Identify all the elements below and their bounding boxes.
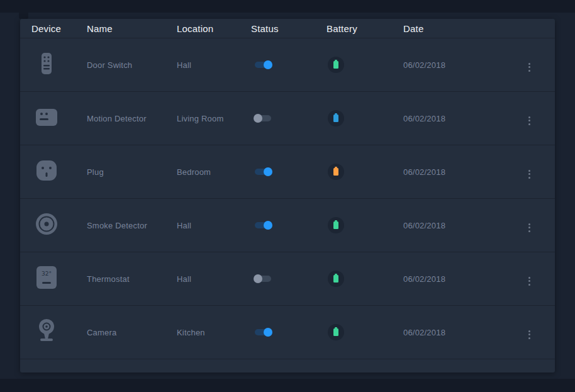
menu-cell xyxy=(520,109,555,128)
menu-cell xyxy=(520,323,555,342)
toggle-knob xyxy=(264,221,272,230)
battery-indicator xyxy=(328,164,344,180)
device-date: 06/02/2018 xyxy=(403,60,520,70)
status-cell xyxy=(251,220,327,231)
row-menu-button[interactable] xyxy=(525,328,534,342)
status-toggle[interactable] xyxy=(255,62,271,68)
row-menu-button[interactable] xyxy=(525,114,534,128)
battery-cell xyxy=(327,57,403,73)
device-date: 06/02/2018 xyxy=(403,114,520,123)
device-name: Smoke Detector xyxy=(87,221,177,230)
table-header: Device Name Location Status Battery Date xyxy=(20,19,555,38)
table-row: Smoke Detector Hall 06/02/2018 xyxy=(20,199,555,252)
device-location: Living Room xyxy=(177,114,251,123)
battery-cell xyxy=(327,217,403,233)
device-date: 06/02/2018 xyxy=(403,221,520,230)
toggle-knob xyxy=(264,328,272,337)
battery-icon xyxy=(333,328,338,336)
status-toggle[interactable] xyxy=(255,169,271,175)
table-row: Camera Kitchen 06/02/2018 xyxy=(20,306,555,359)
menu-cell xyxy=(520,163,555,181)
battery-cell xyxy=(327,110,403,126)
column-header-date: Date xyxy=(403,23,520,34)
status-cell xyxy=(251,273,327,284)
device-location: Kitchen xyxy=(177,328,251,337)
row-menu-button[interactable] xyxy=(525,274,534,288)
status-cell xyxy=(251,59,327,70)
status-cell xyxy=(251,113,327,124)
battery-icon xyxy=(333,275,338,283)
top-notch xyxy=(19,13,28,19)
remote-icon xyxy=(33,50,60,77)
toggle-knob xyxy=(254,114,262,123)
device-cell xyxy=(31,103,87,133)
battery-icon xyxy=(333,115,338,122)
battery-indicator xyxy=(328,110,344,126)
top-bar xyxy=(0,0,575,13)
device-name: Thermostat xyxy=(87,274,177,284)
toggle-knob xyxy=(254,274,262,283)
plug-icon xyxy=(33,157,60,184)
device-location: Hall xyxy=(177,60,251,70)
column-header-battery: Battery xyxy=(327,23,403,34)
menu-cell xyxy=(520,216,555,235)
motion-detector-icon xyxy=(33,103,60,131)
device-cell xyxy=(31,317,87,347)
device-cell xyxy=(31,210,87,240)
battery-icon xyxy=(333,61,338,69)
table-row: 32° Thermostat Hall 06/02/2018 xyxy=(20,252,555,306)
svg-text:32°: 32° xyxy=(42,271,52,277)
battery-cell xyxy=(327,164,403,180)
device-cell: 32° xyxy=(31,264,87,294)
table-row: Door Switch Hall 06/02/2018 xyxy=(20,38,555,92)
row-menu-button[interactable] xyxy=(525,167,534,181)
column-header-location: Location xyxy=(177,23,251,34)
battery-icon xyxy=(333,168,338,176)
status-toggle[interactable] xyxy=(255,329,271,335)
status-toggle[interactable] xyxy=(255,115,271,121)
column-header-status: Status xyxy=(251,23,327,34)
table-row: Plug Bedroom 06/02/2018 xyxy=(20,145,555,199)
device-date: 06/02/2018 xyxy=(403,167,520,177)
device-location: Hall xyxy=(177,221,251,230)
device-name: Camera xyxy=(87,328,177,337)
battery-indicator xyxy=(328,57,344,73)
bottom-bar xyxy=(0,379,575,392)
column-header-name: Name xyxy=(87,23,177,34)
battery-indicator xyxy=(328,324,344,340)
menu-cell xyxy=(520,56,555,74)
table-body: Door Switch Hall 06/02/2018 Motion Detec… xyxy=(20,38,555,359)
thermostat-icon: 32° xyxy=(33,264,60,291)
device-date: 06/02/2018 xyxy=(403,274,520,284)
device-cell xyxy=(31,50,87,80)
status-cell xyxy=(251,327,327,338)
battery-cell xyxy=(327,271,403,287)
status-cell xyxy=(251,166,327,177)
device-name: Door Switch xyxy=(87,60,177,70)
row-menu-button[interactable] xyxy=(525,60,534,74)
device-name: Plug xyxy=(87,167,177,177)
battery-cell xyxy=(327,324,403,340)
table-row: Motion Detector Living Room 06/02/2018 xyxy=(20,92,555,145)
row-menu-button[interactable] xyxy=(525,221,534,235)
battery-icon xyxy=(333,221,338,229)
camera-icon xyxy=(33,317,60,345)
smoke-detector-icon xyxy=(33,210,60,238)
device-location: Hall xyxy=(177,274,251,284)
device-date: 06/02/2018 xyxy=(403,328,520,337)
menu-cell xyxy=(520,270,555,288)
device-name: Motion Detector xyxy=(87,114,177,123)
battery-indicator xyxy=(328,271,344,287)
toggle-knob xyxy=(264,167,272,176)
device-location: Bedroom xyxy=(177,167,251,177)
device-table-panel: Device Name Location Status Battery Date… xyxy=(20,19,555,372)
battery-indicator xyxy=(328,217,344,233)
device-cell xyxy=(31,157,87,187)
toggle-knob xyxy=(264,60,272,69)
status-toggle[interactable] xyxy=(255,222,271,228)
status-toggle[interactable] xyxy=(255,276,271,282)
column-header-device: Device xyxy=(31,23,87,34)
